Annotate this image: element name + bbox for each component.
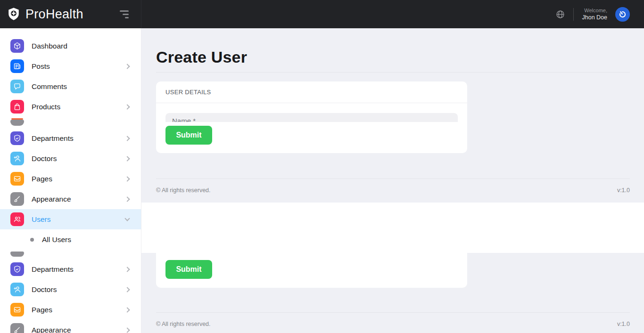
sidebar-item-doctors[interactable]: Doctors [0,148,141,169]
brush-icon [10,192,24,206]
sidebar-item-appearance[interactable]: Appearance [0,189,141,209]
person-add-icon [10,283,24,296]
sidebar-item-label: Departments [32,265,118,274]
chevron-right-icon [124,267,130,272]
sidebar-item-products[interactable]: Products [0,97,141,117]
person-add-icon [10,152,24,165]
sidebar-item-label: Comments [32,82,131,91]
name-field[interactable]: Name * [165,113,458,122]
language-globe-icon[interactable] [555,9,565,19]
clipped-sidebar-icon [10,120,24,126]
sidebar: Dashboard Posts Comments Products [0,28,141,333]
sidebar-item-label: Doctors [32,154,118,163]
sidebar-item-label: Pages [32,175,118,183]
sidebar-item-posts[interactable]: Posts [0,56,141,76]
app-layout: Dashboard Posts Comments Products [0,28,644,333]
chevron-right-icon [124,64,130,69]
sidebar-item-label: All Users [42,236,141,244]
card-title: USER DETAILS [156,81,467,103]
copyright-text: © All rights reserved. [156,187,211,194]
chevron-right-icon [124,104,130,109]
sidebar-item-label: Users [32,215,118,224]
sidebar-item-label: Appearance [32,195,118,203]
brand-logo[interactable]: ProHealth [7,7,83,22]
inbox-icon [10,172,24,186]
submit-button[interactable]: Submit [165,126,212,145]
chevron-right-icon [124,156,130,161]
user-details-card-2: Submit [156,253,467,288]
shopping-bag-icon [10,100,24,114]
sidebar-collapse-icon[interactable] [120,10,129,18]
sidebar-item-label: Pages [32,306,118,314]
sidebar-item-appearance-2[interactable]: Appearance [0,320,141,333]
sidebar-item-pages[interactable]: Pages [0,169,141,189]
welcome-text: Welcome, [582,7,607,14]
copyright-text: © All rights reserved. [156,321,211,327]
chevron-right-icon [124,176,130,181]
shield-check-icon [10,131,24,145]
sidebar-item-doctors-2[interactable]: Doctors [0,279,141,300]
submit-button-2[interactable]: Submit [165,260,212,279]
shield-plus-logo-icon [7,7,21,22]
footer-2: © All rights reserved. v:1.0 [156,312,630,327]
chevron-right-icon [124,287,130,292]
chevron-right-icon [124,327,130,333]
page-title: Create User [156,48,630,66]
people-icon [10,212,24,226]
newspaper-icon [10,59,24,73]
avatar[interactable] [615,7,630,22]
shield-check-icon [10,262,24,276]
sidebar-item-departments[interactable]: Departments [0,128,141,148]
version-text: v:1.0 [617,321,630,327]
sidebar-item-label: Posts [32,62,118,71]
comment-icon [10,80,24,93]
brush-icon [10,323,24,333]
duplicate-form-section: Submit © All rights reserved. v:1.0 [141,253,644,333]
blank-band [141,203,644,253]
sidebar-item-label: Appearance [32,326,118,333]
user-name: Jhon Doe [582,14,607,21]
sidebar-item-label: Doctors [32,285,118,294]
sidebar-item-departments-2[interactable]: Departments [0,259,141,279]
chevron-right-icon [124,136,130,141]
sidebar-item-label: Dashboard [32,42,131,50]
inbox-icon [10,303,24,317]
power-icon [616,8,629,21]
sidebar-item-label: Products [32,103,118,111]
sidebar-item-dashboard[interactable]: Dashboard [0,36,141,56]
chevron-down-icon [124,216,130,221]
cube-icon [10,39,24,53]
sidebar-item-comments[interactable]: Comments [0,76,141,97]
topbar: Welcome, Jhon Doe [141,0,644,28]
user-details-card: USER DETAILS Name * Submit [156,81,467,153]
top-header: ProHealth Welcome, Jhon Doe [0,0,644,28]
chevron-right-icon [124,196,130,202]
footer: © All rights reserved. v:1.0 [156,179,630,194]
sidebar-subitem-all-users[interactable]: All Users [0,229,141,250]
version-text: v:1.0 [617,187,630,194]
create-user-section: Create User USER DETAILS Name * Submit ©… [141,28,644,203]
brand-name: ProHealth [25,7,83,22]
main-content: Create User USER DETAILS Name * Submit ©… [141,28,644,333]
sidebar-item-label: Departments [32,134,118,143]
sidebar-header: ProHealth [0,0,141,28]
clipped-sidebar-icon [10,252,24,257]
sidebar-item-users[interactable]: Users [0,209,141,229]
sidebar-item-pages-2[interactable]: Pages [0,300,141,320]
header-divider [573,8,574,21]
welcome-block: Welcome, Jhon Doe [582,7,607,22]
card-body: Name * Submit [156,103,467,153]
chevron-right-icon [124,307,130,312]
title-divider [156,72,630,73]
bullet-icon [30,238,34,242]
